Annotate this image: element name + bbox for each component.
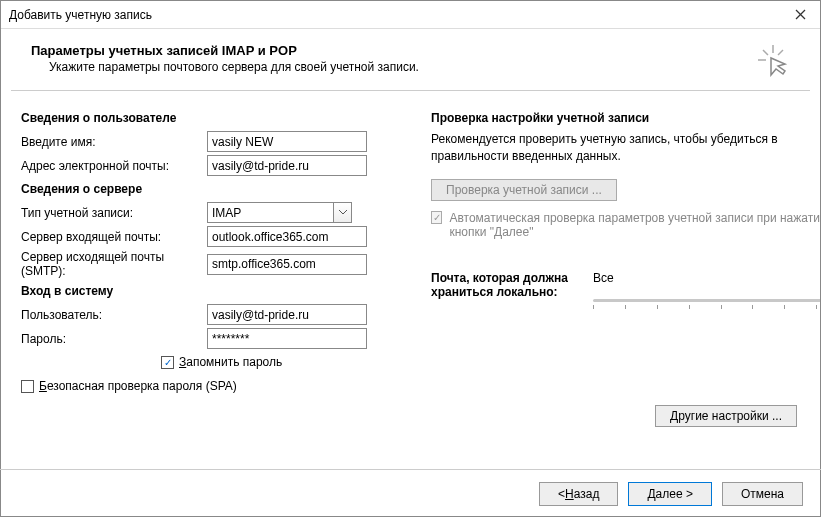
incoming-server-input[interactable]: [207, 226, 367, 247]
test-account-button: Проверка учетной записи ...: [431, 179, 617, 201]
remember-password-checkbox[interactable]: ✓: [161, 356, 174, 369]
password-label: Пароль:: [21, 332, 207, 346]
remember-password-label: Запомнить пароль: [179, 355, 282, 369]
server-info-heading: Сведения о сервере: [21, 182, 411, 196]
auto-test-checkbox: ✓: [431, 211, 442, 224]
next-button[interactable]: Далее >: [628, 482, 712, 506]
incoming-server-label: Сервер входящей почты:: [21, 230, 207, 244]
login-heading: Вход в систему: [21, 284, 411, 298]
test-description: Рекомендуется проверить учетную запись, …: [431, 131, 821, 165]
account-type-value: IMAP: [212, 206, 241, 220]
spa-label: Безопасная проверка пароля (SPA): [39, 379, 237, 393]
spa-checkbox[interactable]: [21, 380, 34, 393]
outgoing-server-label: Сервер исходящей почты (SMTP):: [21, 250, 207, 278]
cancel-button[interactable]: Отмена: [722, 482, 803, 506]
window-title: Добавить учетную запись: [9, 8, 152, 22]
email-label: Адрес электронной почты:: [21, 159, 207, 173]
more-settings-button[interactable]: Другие настройки ...: [655, 405, 797, 427]
back-button[interactable]: < Назад: [539, 482, 618, 506]
username-input[interactable]: [207, 304, 367, 325]
user-info-heading: Сведения о пользователе: [21, 111, 411, 125]
username-label: Пользователь:: [21, 308, 207, 322]
account-type-select[interactable]: IMAP: [207, 202, 352, 223]
svg-line-4: [763, 50, 768, 55]
outgoing-server-input[interactable]: [207, 254, 367, 275]
close-button[interactable]: [788, 5, 812, 25]
mail-keep-value: Все: [593, 271, 821, 285]
name-label: Введите имя:: [21, 135, 207, 149]
mail-keep-label: Почта, которая должна храниться локально…: [431, 271, 581, 311]
svg-line-5: [778, 50, 783, 55]
chevron-down-icon: [333, 203, 351, 222]
name-input[interactable]: [207, 131, 367, 152]
page-subtitle: Укажите параметры почтового сервера для …: [49, 60, 419, 74]
auto-test-label: Автоматическая проверка параметров учетн…: [449, 211, 821, 239]
test-heading: Проверка настройки учетной записи: [431, 111, 821, 125]
close-icon: [795, 9, 806, 20]
password-input[interactable]: [207, 328, 367, 349]
account-type-label: Тип учетной записи:: [21, 206, 207, 220]
mail-keep-slider[interactable]: [593, 291, 821, 311]
email-input[interactable]: [207, 155, 367, 176]
cursor-icon: [756, 43, 790, 80]
page-title: Параметры учетных записей IMAP и POP: [31, 43, 419, 58]
